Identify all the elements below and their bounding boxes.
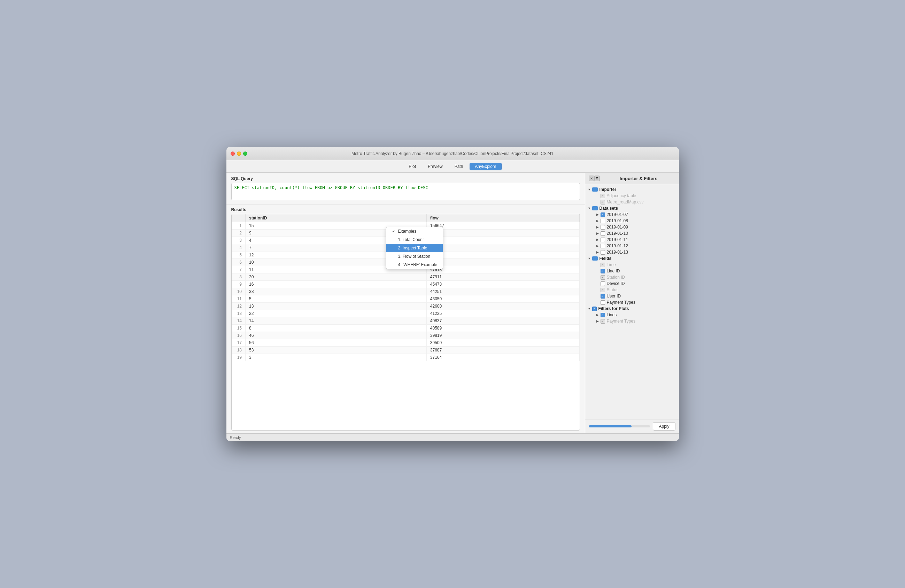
table-row: 185337687	[232, 346, 580, 354]
fpt-label: Payment Types	[607, 319, 636, 324]
table-row: 141440837	[232, 317, 580, 325]
sidebar-close-button[interactable]: ✕	[589, 176, 594, 181]
dropdown-label-1: 1. Total Count	[398, 237, 424, 242]
examples-dropdown: ✓Examples 1. Total Count 2. Inspect Tabl…	[386, 227, 443, 269]
dataset-2019-01-09[interactable]: 2019-01-09	[585, 224, 679, 230]
time-label: Time	[607, 262, 616, 267]
fields-folder-icon	[592, 256, 598, 261]
deviceid-label: Device ID	[607, 281, 625, 286]
dropdown-item-4[interactable]: 4. 'WHERE' Example	[386, 261, 443, 269]
lines-label: Lines	[607, 313, 617, 317]
dataset-2019-01-08[interactable]: 2019-01-08	[585, 218, 679, 224]
stationid-checkbox[interactable]: ✓	[600, 275, 605, 280]
ds09-label: 2019-01-09	[607, 225, 628, 230]
fpt-checkbox[interactable]: ✓	[600, 319, 605, 324]
dataset-2019-01-11[interactable]: 2019-01-11	[585, 237, 679, 243]
filters-label: Filters for Plots	[599, 306, 629, 311]
ds11-checkbox[interactable]	[600, 238, 605, 242]
dropdown-label-0: Examples	[398, 229, 417, 234]
dataset-2019-01-13[interactable]: 2019-01-13	[585, 249, 679, 255]
field-userid[interactable]: ✓ User ID	[585, 293, 679, 299]
sidebar: ✕ ⚙ Importer & Filters Importer ✓ Adjace…	[585, 173, 679, 433]
dropdown-item-1[interactable]: 1. Total Count	[386, 235, 443, 244]
field-deviceid[interactable]: Device ID	[585, 280, 679, 287]
maximize-button[interactable]	[243, 151, 247, 156]
ds08-checkbox[interactable]	[600, 219, 605, 223]
fpt-expand-icon	[596, 319, 600, 323]
statusbar: Ready	[226, 433, 679, 441]
sidebar-header: ✕ ⚙ Importer & Filters	[585, 173, 679, 184]
col-flow: flow	[426, 214, 579, 222]
dataset-2019-01-10[interactable]: 2019-01-10	[585, 230, 679, 237]
stationid-label: Station ID	[607, 275, 625, 280]
paymenttypes-checkbox[interactable]	[600, 300, 605, 305]
field-status[interactable]: ✓ Status	[585, 287, 679, 293]
preview-button[interactable]: Preview	[422, 163, 448, 170]
userid-checkbox[interactable]: ✓	[600, 294, 605, 299]
anyexplore-button[interactable]: AnyExplore	[470, 163, 501, 170]
plot-button[interactable]: Plot	[403, 163, 421, 170]
dropdown-label-4: 4. 'WHERE' Example	[398, 262, 438, 267]
status-label: Status	[607, 288, 619, 292]
status-checkbox[interactable]: ✓	[600, 288, 605, 292]
sidebar-settings-button[interactable]: ⚙	[594, 176, 600, 181]
datasets-folder-icon	[592, 206, 598, 210]
field-stationid[interactable]: ✓ Station ID	[585, 274, 679, 280]
dataset-2019-01-07[interactable]: ✓ 2019-01-07	[585, 211, 679, 218]
dataset-2019-01-12[interactable]: 2019-01-12	[585, 243, 679, 249]
col-stationid: stationID	[246, 214, 427, 222]
table-row: 15840589	[232, 325, 580, 332]
importer-section[interactable]: Importer	[585, 186, 679, 192]
ds12-checkbox[interactable]	[600, 244, 605, 248]
ds10-checkbox[interactable]	[600, 231, 605, 236]
filters-section[interactable]: ✓ Filters for Plots	[585, 305, 679, 312]
ds11-expand-icon	[596, 238, 600, 242]
dropdown-item-2[interactable]: 2. Inspect Table	[386, 244, 443, 252]
ds07-label: 2019-01-07	[607, 212, 628, 217]
filter-lines[interactable]: ✓ Lines	[585, 312, 679, 318]
lineid-checkbox[interactable]: ✓	[600, 269, 605, 273]
metro-checkbox[interactable]: ✓	[600, 200, 605, 205]
ds09-checkbox[interactable]	[600, 225, 605, 230]
sidebar-footer: Apply	[585, 419, 679, 433]
field-paymenttypes[interactable]: Payment Types	[585, 299, 679, 305]
dropdown-label-3: 3. Flow of Station	[398, 254, 430, 259]
sql-section: SQL Query	[226, 173, 585, 205]
userid-label: User ID	[607, 294, 621, 299]
adjacency-table-item[interactable]: ✓ Adjacency table	[585, 192, 679, 199]
ds13-label: 2019-01-13	[607, 250, 628, 255]
deviceid-checkbox[interactable]	[600, 281, 605, 286]
datasets-expand-icon	[587, 206, 592, 210]
field-lineid[interactable]: ✓ Line ID	[585, 268, 679, 274]
titlebar: Metro Traffic Analyzer by Bugen Zhao – /…	[226, 147, 679, 160]
datasets-section[interactable]: Data sets	[585, 205, 679, 211]
importer-expand-icon	[587, 188, 592, 192]
dropdown-item-0[interactable]: ✓Examples	[386, 227, 443, 235]
ds07-checkbox[interactable]: ✓	[600, 213, 605, 217]
dropdown-item-3[interactable]: 3. Flow of Station	[386, 252, 443, 261]
table-row: 175639500	[232, 339, 580, 346]
table-row: 121342600	[232, 303, 580, 310]
adj-checkbox[interactable]: ✓	[600, 194, 605, 198]
filters-checkbox[interactable]: ✓	[592, 307, 597, 311]
filters-expand-icon	[587, 307, 592, 311]
ds13-expand-icon	[596, 250, 600, 254]
datasets-label: Data sets	[600, 206, 618, 211]
progress-bar-container	[589, 425, 650, 427]
sidebar-title: Importer & Filters	[602, 176, 675, 181]
time-checkbox[interactable]: ✓	[600, 263, 605, 267]
close-button[interactable]	[230, 151, 235, 156]
sql-input[interactable]	[231, 183, 580, 200]
lines-checkbox[interactable]: ✓	[600, 313, 605, 317]
field-time[interactable]: ✓ Time	[585, 262, 679, 268]
path-button[interactable]: Path	[449, 163, 468, 170]
fields-section[interactable]: Fields	[585, 255, 679, 262]
metro-roadmap-item[interactable]: ✓ Metro_roadMap.csv	[585, 199, 679, 205]
apply-button[interactable]: Apply	[653, 422, 675, 431]
table-row: 132241225	[232, 310, 580, 317]
table-row: 82047911	[232, 273, 580, 281]
ds13-checkbox[interactable]	[600, 250, 605, 255]
filter-paymenttypes[interactable]: ✓ Payment Types	[585, 318, 679, 324]
table-row: 11543050	[232, 296, 580, 303]
minimize-button[interactable]	[237, 151, 241, 156]
